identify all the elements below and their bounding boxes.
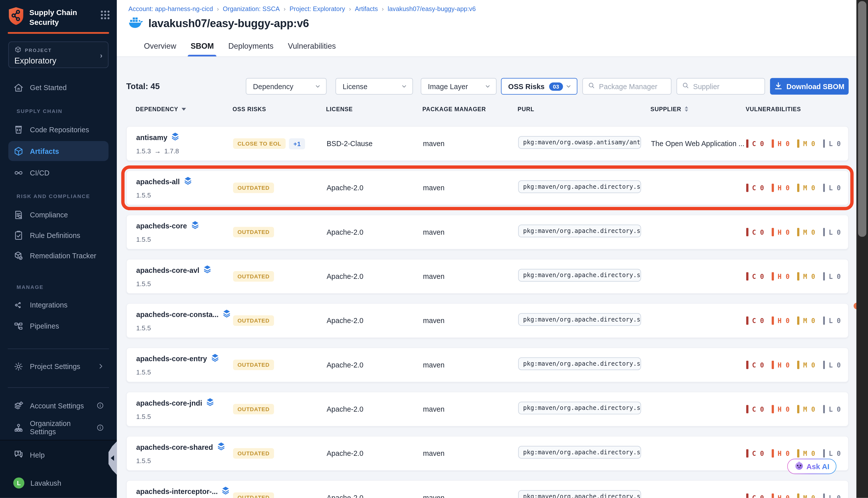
table-row[interactable]: apacheds-core-jndi 1.5.5 OUTDATED Apache… bbox=[126, 392, 848, 427]
sidebar-item-rule-definitions[interactable]: Rule Definitions bbox=[8, 228, 108, 242]
package-manager-search[interactable] bbox=[582, 78, 672, 95]
table-row[interactable]: apacheds-core-shared 1.5.5 OUTDATED Apac… bbox=[126, 436, 848, 471]
purl-chip[interactable]: pkg:maven/org.apache.directory.s… bbox=[518, 402, 641, 415]
purl-cell: pkg:maven/org.apache.directory.s… bbox=[518, 446, 651, 461]
code-repository-icon bbox=[13, 124, 24, 135]
sort-descending-icon bbox=[182, 108, 186, 110]
dependency-version: 1.5.5 bbox=[136, 368, 233, 376]
purl-chip[interactable]: pkg:maven/org.owasp.antisamy/ant… bbox=[518, 136, 641, 149]
package-manager-cell: maven bbox=[423, 449, 518, 458]
severity-bar-medium bbox=[798, 494, 800, 498]
sidebar-item-label: Code Repositories bbox=[30, 125, 89, 133]
purl-chip[interactable]: pkg:maven/org.apache.directory.s… bbox=[518, 490, 641, 498]
dependency-filter-select[interactable]: Dependency bbox=[246, 78, 327, 95]
table-row[interactable]: apacheds-core-entry 1.5.5 OUTDATED Apach… bbox=[126, 348, 848, 382]
box-wrench-icon bbox=[13, 250, 24, 261]
sidebar-item-project-settings[interactable]: Project Settings bbox=[8, 360, 108, 373]
purl-cell: pkg:maven/org.apache.directory.s… bbox=[518, 402, 651, 417]
purl-chip[interactable]: pkg:maven/org.apache.directory.s… bbox=[518, 181, 641, 193]
sidebar-item-organization-settings[interactable]: Organization Settings bbox=[8, 421, 108, 434]
sidebar-item-compliance[interactable]: Compliance bbox=[8, 208, 108, 222]
vulnerability-counts: C 0H 0M 0L 0 bbox=[746, 361, 848, 369]
purl-chip[interactable]: pkg:maven/org.apache.directory.s… bbox=[518, 446, 641, 459]
dependency-cell: apacheds-core-jndi 1.5.5 bbox=[136, 398, 233, 420]
table-row[interactable]: apacheds-core 1.5.5 OUTDATED Apache-2.0 … bbox=[126, 214, 848, 249]
severity-bar-low bbox=[823, 361, 825, 369]
dependency-version: 1.5.5 bbox=[136, 280, 233, 288]
apps-grid-icon[interactable] bbox=[100, 10, 110, 22]
severity-count-medium: M 0 bbox=[803, 140, 815, 148]
breadcrumb-current[interactable]: lavakush07/easy-buggy-app:v6 bbox=[388, 5, 476, 12]
sidebar-item-get-started[interactable]: Get Started bbox=[8, 80, 108, 95]
layers-icon bbox=[206, 398, 214, 408]
sidebar-item-code-repositories[interactable]: Code Repositories bbox=[8, 122, 108, 136]
supplier-search[interactable] bbox=[676, 78, 765, 95]
license-filter-select[interactable]: License bbox=[336, 78, 413, 95]
scrollbar-thumb[interactable] bbox=[858, 1, 866, 237]
sidebar-item-ci-cd[interactable]: CI/CD bbox=[8, 166, 108, 180]
dependency-cell: apacheds-core-consta... 1.5.5 bbox=[136, 309, 233, 332]
purl-chip[interactable]: pkg:maven/org.apache.directory.s… bbox=[518, 313, 641, 326]
ask-ai-button[interactable]: Ask AI bbox=[787, 459, 837, 474]
package-manager-search-input[interactable] bbox=[599, 82, 660, 90]
tab-deployments[interactable]: Deployments bbox=[228, 35, 273, 56]
column-header-dependency[interactable]: DEPENDENCY bbox=[135, 106, 233, 112]
sidebar-item-pipelines[interactable]: Pipelines bbox=[8, 319, 108, 333]
sidebar-item-integrations[interactable]: Integrations bbox=[8, 298, 108, 312]
table-row[interactable]: apacheds-all 1.5.5 OUTDATED Apache-2.0 m… bbox=[126, 170, 848, 205]
tab-vulnerabilities[interactable]: Vulnerabilities bbox=[288, 35, 336, 56]
column-header-supplier[interactable]: SUPPLIER bbox=[650, 106, 746, 112]
oss-risk-badge: OUTDATED bbox=[233, 404, 274, 415]
org-hierarchy-gear-icon bbox=[13, 422, 24, 433]
sidebar-item-remediation-tracker[interactable]: Remediation Tracker bbox=[8, 249, 108, 263]
download-sbom-button[interactable]: Download SBOM bbox=[770, 78, 848, 95]
table-row[interactable]: antisamy 1.5.3 → 1.7.8 CLOSE TO EOL+1 BS… bbox=[126, 126, 848, 161]
table-row[interactable]: apacheds-interceptor-... 1.5.5 OUTDATED … bbox=[126, 480, 848, 498]
info-icon[interactable] bbox=[96, 402, 104, 409]
app-window: Supply Chain Security PROJECT Explorator… bbox=[0, 0, 868, 498]
severity-bar-high bbox=[772, 316, 774, 325]
dependency-cell: apacheds-core-entry 1.5.5 bbox=[136, 353, 233, 376]
image-layer-filter-select[interactable]: Image Layer bbox=[421, 78, 496, 95]
purl-chip[interactable]: pkg:maven/org.apache.directory.s… bbox=[518, 225, 641, 237]
info-icon[interactable] bbox=[96, 424, 104, 432]
layers-icon bbox=[191, 221, 199, 231]
sidebar-item-label: Project Settings bbox=[30, 362, 80, 370]
dependency-name: apacheds-core-shared bbox=[136, 443, 213, 451]
table-rows: antisamy 1.5.3 → 1.7.8 CLOSE TO EOL+1 BS… bbox=[126, 126, 848, 498]
breadcrumb-artifacts[interactable]: Artifacts bbox=[355, 5, 378, 12]
tab-overview[interactable]: Overview bbox=[144, 35, 176, 56]
oss-risks-filter-select[interactable]: OSS Risks 03 bbox=[501, 78, 578, 95]
severity-bar-high bbox=[772, 449, 774, 458]
breadcrumb-organization[interactable]: Organization: SSCA bbox=[223, 5, 280, 12]
tab-sbom[interactable]: SBOM bbox=[191, 35, 214, 56]
layers-icon bbox=[203, 265, 211, 276]
table-row[interactable]: apacheds-core-consta... 1.5.5 OUTDATED A… bbox=[126, 303, 848, 338]
sidebar-item-account-settings[interactable]: Account Settings bbox=[8, 399, 108, 412]
vulnerability-counts: C 0H 0M 0L 0 bbox=[746, 184, 848, 192]
download-icon bbox=[774, 82, 782, 91]
oss-risk-badges: OUTDATED bbox=[233, 360, 326, 370]
project-selector[interactable]: PROJECT Exploratory › bbox=[8, 41, 108, 68]
sidebar-item-artifacts[interactable]: Artifacts bbox=[8, 141, 108, 161]
scrollbar-track[interactable] bbox=[856, 0, 868, 498]
package-manager-cell: maven bbox=[423, 405, 518, 413]
breadcrumb-project[interactable]: Project: Exploratory bbox=[289, 5, 345, 12]
sidebar-item-help[interactable]: Help bbox=[8, 448, 108, 461]
supplier-search-input[interactable] bbox=[693, 82, 754, 90]
oss-risk-badge[interactable]: +1 bbox=[289, 138, 306, 149]
table-row[interactable]: apacheds-core-avl 1.5.5 OUTDATED Apache-… bbox=[126, 259, 848, 294]
tab-bar: Overview SBOM Deployments Vulnerabilitie… bbox=[117, 35, 868, 57]
vulnerability-counts: C 0H 0M 0L 0 bbox=[746, 228, 848, 236]
severity-bar-low bbox=[823, 449, 825, 458]
oss-risk-badge: OUTDATED bbox=[233, 360, 274, 370]
package-manager-cell: maven bbox=[423, 228, 518, 236]
package-manager-cell: maven bbox=[423, 316, 518, 325]
dependency-cell: apacheds-core-avl 1.5.5 bbox=[136, 265, 233, 288]
breadcrumb-account[interactable]: Account: app-harness-ng-cicd bbox=[128, 5, 213, 12]
severity-count-low: L 0 bbox=[829, 228, 841, 236]
purl-chip[interactable]: pkg:maven/org.apache.directory.s… bbox=[518, 357, 641, 370]
sort-icon bbox=[685, 106, 688, 112]
sidebar-item-user[interactable]: L Lavakush bbox=[8, 476, 108, 490]
purl-chip[interactable]: pkg:maven/org.apache.directory.s… bbox=[518, 269, 641, 281]
